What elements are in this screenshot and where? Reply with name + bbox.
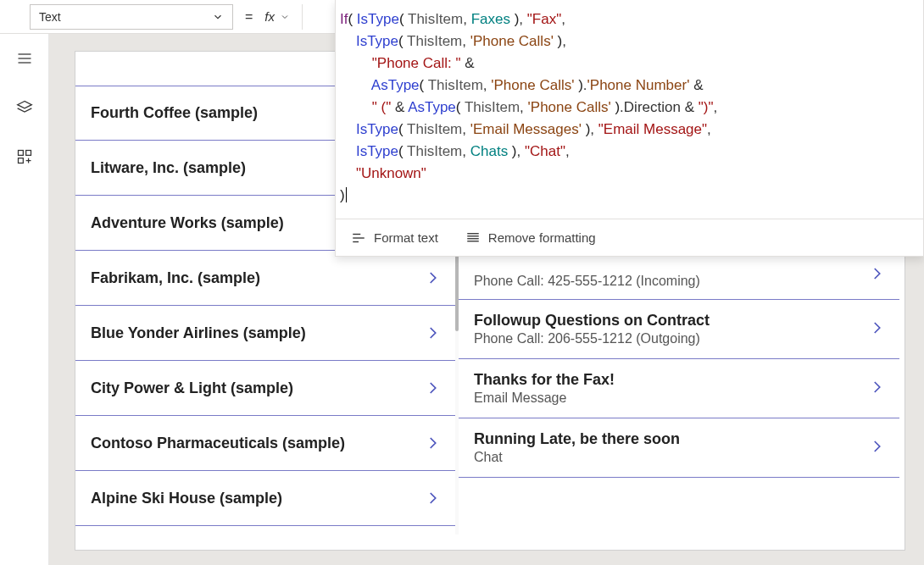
svg-rect-6 xyxy=(18,158,23,163)
account-name: Fabrikam, Inc. (sample) xyxy=(91,269,260,287)
chevron-right-icon xyxy=(425,378,440,398)
list-item[interactable]: Followup Questions on Contract Phone Cal… xyxy=(459,300,899,359)
format-text-label: Format text xyxy=(374,230,438,245)
formula-footer: Format text Remove formatting xyxy=(336,219,923,256)
activity-sub: Phone Call: 425-555-1212 (Incoming) xyxy=(474,274,700,289)
account-name: Blue Yonder Airlines (sample) xyxy=(91,324,306,342)
chevron-right-icon xyxy=(869,263,884,287)
list-item[interactable]: Contoso Pharmaceuticals (sample) xyxy=(75,416,455,471)
property-selector-label: Text xyxy=(39,10,61,24)
chevron-down-icon xyxy=(280,12,290,22)
property-selector[interactable]: Text xyxy=(30,4,233,30)
chevron-right-icon xyxy=(869,436,884,460)
fx-button[interactable]: fx xyxy=(264,4,303,30)
chevron-right-icon xyxy=(425,323,440,343)
activity-title: Running Late, be there soon xyxy=(474,430,680,448)
account-name: Adventure Works (sample) xyxy=(91,214,284,232)
svg-rect-4 xyxy=(18,151,23,156)
chevron-right-icon xyxy=(425,488,440,508)
account-name: Contoso Pharmaceuticals (sample) xyxy=(91,435,345,452)
fx-label: fx xyxy=(264,9,275,24)
chevron-down-icon xyxy=(212,11,224,23)
remove-formatting-button[interactable]: Remove formatting xyxy=(465,230,596,246)
chevron-right-icon xyxy=(869,377,884,401)
formula-code[interactable]: If( IsType( ThisItem, Faxes ), "Fax", Is… xyxy=(336,0,923,219)
list-item[interactable]: Alpine Ski House (sample) xyxy=(75,471,455,526)
layers-icon[interactable] xyxy=(0,83,48,132)
account-name: Alpine Ski House (sample) xyxy=(91,490,282,507)
apps-icon[interactable] xyxy=(0,132,48,181)
activity-sub: Chat xyxy=(474,450,680,465)
list-item[interactable]: Fabrikam, Inc. (sample) xyxy=(75,251,455,306)
chevron-right-icon xyxy=(425,433,440,453)
chevron-right-icon xyxy=(425,268,440,288)
remove-formatting-label: Remove formatting xyxy=(488,230,596,245)
caret xyxy=(346,187,347,202)
activity-sub: Phone Call: 206-555-1212 (Outgoing) xyxy=(474,331,710,346)
equals-sign: = xyxy=(245,9,253,25)
account-name: City Power & Light (sample) xyxy=(91,379,293,397)
activity-title: Thanks for the Fax! xyxy=(474,371,615,389)
list-item[interactable]: Blue Yonder Airlines (sample) xyxy=(75,306,455,361)
list-item[interactable]: City Power & Light (sample) xyxy=(75,361,455,416)
account-name: Fourth Coffee (sample) xyxy=(91,104,258,122)
svg-rect-5 xyxy=(25,151,31,156)
account-name: Litware, Inc. (sample) xyxy=(91,159,246,177)
format-text-button[interactable]: Format text xyxy=(351,230,438,246)
formula-editor[interactable]: If( IsType( ThisItem, Faxes ), "Fax", Is… xyxy=(335,0,924,257)
left-rail xyxy=(0,34,49,565)
list-item[interactable]: Thanks for the Fax! Email Message xyxy=(459,359,899,418)
chevron-right-icon xyxy=(869,318,884,341)
hamburger-icon[interactable] xyxy=(0,34,48,83)
svg-marker-3 xyxy=(17,102,31,108)
activity-sub: Email Message xyxy=(474,391,615,406)
activity-title: Followup Questions on Contract xyxy=(474,312,710,330)
list-item[interactable]: Running Late, be there soon Chat xyxy=(459,418,899,478)
